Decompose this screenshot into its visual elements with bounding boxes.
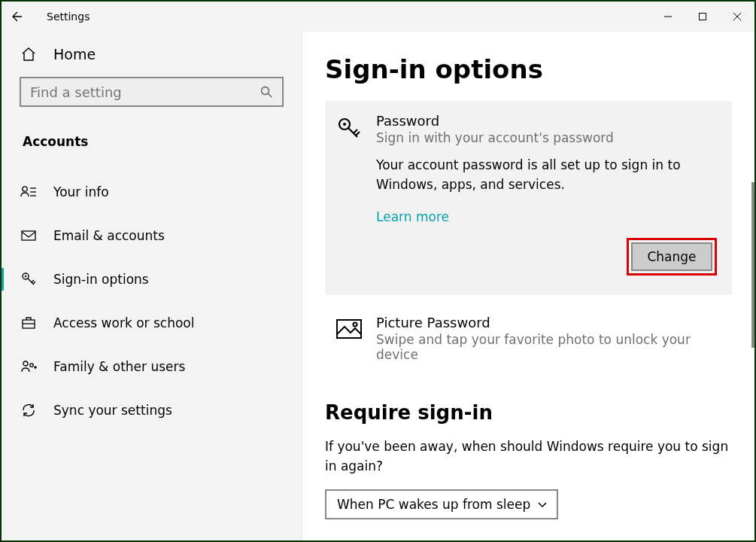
sidebar-item-label: Family & other users	[53, 359, 185, 374]
svg-rect-19	[337, 320, 361, 338]
sidebar-item-family[interactable]: Family & other users	[2, 345, 302, 388]
key-icon	[335, 113, 363, 224]
svg-point-13	[23, 361, 28, 366]
titlebar: Settings	[2, 2, 754, 32]
svg-point-4	[23, 187, 27, 191]
briefcase-icon	[20, 315, 37, 330]
home-nav[interactable]: Home	[2, 32, 302, 77]
family-icon	[20, 359, 37, 374]
maximize-button[interactable]	[685, 2, 720, 32]
email-icon	[20, 229, 37, 242]
select-value: When PC wakes up from sleep	[337, 497, 530, 512]
search-input[interactable]	[30, 84, 260, 100]
learn-more-link[interactable]: Learn more	[376, 209, 717, 224]
sidebar-item-email[interactable]: Email & accounts	[2, 214, 302, 257]
password-card[interactable]: Password Sign in with your account's pas…	[325, 101, 732, 295]
minimize-button[interactable]	[651, 2, 685, 32]
search-box[interactable]	[20, 77, 284, 107]
back-button[interactable]	[2, 2, 32, 32]
require-signin-select[interactable]: When PC wakes up from sleep	[325, 489, 558, 519]
picture-subtitle: Swipe and tap your favorite photo to unl…	[376, 332, 732, 362]
home-label: Home	[53, 46, 96, 62]
require-signin-heading: Require sign-in	[325, 401, 732, 424]
svg-line-3	[269, 94, 272, 98]
picture-icon	[335, 315, 363, 362]
sidebar-item-signin[interactable]: Sign-in options	[2, 257, 302, 301]
close-button[interactable]	[720, 2, 754, 32]
svg-rect-1	[700, 14, 706, 20]
home-icon	[20, 46, 37, 62]
close-icon	[733, 12, 742, 21]
password-description: Your account password is all set up to s…	[376, 156, 717, 194]
picture-password-row[interactable]: Picture Password Swipe and tap your favo…	[325, 309, 732, 379]
sidebar-item-label: Sync your settings	[53, 403, 172, 418]
svg-point-18	[343, 123, 346, 126]
password-title: Password	[376, 113, 717, 129]
svg-point-2	[262, 87, 269, 95]
sidebar-item-label: Email & accounts	[53, 228, 165, 243]
svg-point-20	[354, 323, 357, 327]
scrollbar[interactable]	[751, 182, 754, 348]
password-subtitle: Sign in with your account's password	[376, 130, 717, 145]
window-title: Settings	[47, 11, 90, 23]
key-icon	[20, 271, 37, 288]
sidebar: Home Accounts Your info Email & accounts	[2, 32, 302, 540]
sidebar-item-sync[interactable]: Sync your settings	[2, 388, 302, 432]
sidebar-item-your-info[interactable]: Your info	[2, 170, 302, 214]
sidebar-item-work[interactable]: Access work or school	[2, 301, 302, 345]
maximize-icon	[698, 12, 707, 21]
yourinfo-icon	[20, 184, 37, 199]
sync-icon	[20, 402, 37, 419]
search-icon	[260, 85, 273, 99]
change-button-highlight: Change	[627, 238, 717, 276]
sidebar-item-label: Your info	[53, 184, 109, 199]
svg-rect-8	[22, 231, 35, 240]
sidebar-item-label: Access work or school	[53, 315, 194, 330]
minimize-icon	[663, 12, 673, 21]
change-button[interactable]: Change	[631, 242, 712, 271]
require-signin-description: If you've been away, when should Windows…	[325, 437, 732, 476]
category-heading: Accounts	[2, 120, 302, 170]
page-title: Sign-in options	[325, 54, 732, 84]
back-arrow-icon	[10, 10, 23, 23]
svg-point-10	[25, 276, 26, 277]
sidebar-item-label: Sign-in options	[53, 272, 149, 287]
window-controls	[651, 2, 754, 32]
chevron-down-icon	[537, 499, 548, 510]
picture-title: Picture Password	[376, 315, 732, 330]
svg-point-14	[30, 364, 33, 367]
content-area: Sign-in options Password Sign in with yo…	[302, 32, 754, 540]
